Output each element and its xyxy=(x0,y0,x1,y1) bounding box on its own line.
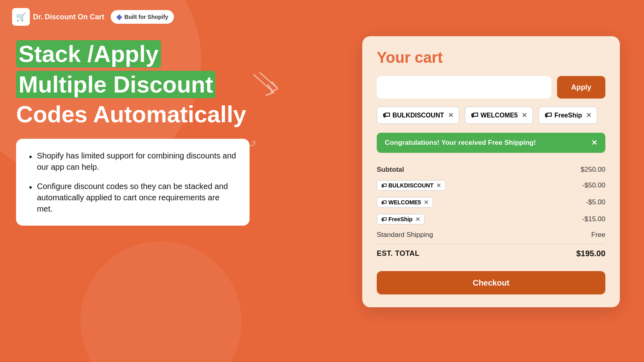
bg-circle2 xyxy=(80,241,242,362)
mini-coupon-code-3: FreeShip xyxy=(388,216,413,222)
headline: Stack /Apply Multiple Discount Codes Aut… xyxy=(16,40,250,127)
coupon-tag-icon-2: 🏷 xyxy=(471,111,478,119)
est-total-value: $195.00 xyxy=(576,249,605,258)
mini-coupon-remove-1[interactable]: ✕ xyxy=(436,182,441,189)
brand-icon: 🛒 xyxy=(12,8,30,26)
discount-value-1: -$50.00 xyxy=(582,181,605,189)
order-summary: Subtotal $250.00 🏷 BULKDISCOUNT ✕ -$50.0… xyxy=(377,162,605,261)
info-item-1: Shopify has limited support for combinin… xyxy=(29,150,237,173)
apply-button[interactable]: Apply xyxy=(557,76,605,99)
coupon-tag-icon-1: 🏷 xyxy=(383,111,390,119)
headline-line3: Codes Automatically xyxy=(16,101,246,127)
mini-coupon-remove-3[interactable]: ✕ xyxy=(415,216,420,222)
svg-line-4 xyxy=(272,82,278,88)
coupon-tag-remove-2[interactable]: ✕ xyxy=(522,111,527,119)
left-content: Stack /Apply Multiple Discount Codes Aut… xyxy=(16,40,250,226)
headline-highlight1: Stack /Apply xyxy=(16,40,161,68)
free-shipping-text: Congratulations! Your received Free Ship… xyxy=(385,139,536,147)
shipping-row: Standard Shipping Free xyxy=(377,228,605,242)
coupon-tag-freeship[interactable]: 🏷 FreeShip ✕ xyxy=(539,107,597,124)
svg-line-0 xyxy=(254,74,274,93)
arrow-decoration1 xyxy=(250,70,282,103)
brand: 🛒 Dr. Discount On Cart xyxy=(12,8,104,26)
coupon-tag-bulkdiscount[interactable]: 🏷 BULKDISCOUNT ✕ xyxy=(377,107,459,124)
est-total-label: EST. TOTAL xyxy=(377,249,419,258)
coupon-tags-row: 🏷 BULKDISCOUNT ✕ 🏷 WELCOME5 ✕ 🏷 FreeShip… xyxy=(377,107,605,124)
mini-coupon-code-1: BULKDISCOUNT xyxy=(388,182,433,189)
info-list: Shopify has limited support for combinin… xyxy=(29,150,237,214)
svg-line-2 xyxy=(266,93,274,95)
banner-close-button[interactable]: ✕ xyxy=(591,138,597,147)
coupon-tag-code-2: WELCOME5 xyxy=(481,112,518,119)
est-total-row: EST. TOTAL $195.00 xyxy=(377,246,605,261)
shipping-label: Standard Shipping xyxy=(377,231,433,239)
divider xyxy=(377,244,605,244)
discount-row: Apply xyxy=(377,76,605,99)
mini-coupon-icon-2: 🏷 xyxy=(381,199,387,206)
mini-coupon-icon-3: 🏷 xyxy=(381,216,387,222)
subtotal-label: Subtotal xyxy=(377,166,404,174)
info-box: Shopify has limited support for combinin… xyxy=(16,139,250,226)
discount-row-1: 🏷 BULKDISCOUNT ✕ -$50.00 xyxy=(377,177,605,194)
coupon-tag-remove-1[interactable]: ✕ xyxy=(448,111,453,119)
shipping-value: Free xyxy=(591,231,605,239)
info-item-2: Configure discount codes so they can be … xyxy=(29,181,237,214)
cart-title: Your cart xyxy=(377,49,605,66)
mini-coupon-remove-2[interactable]: ✕ xyxy=(424,199,429,206)
mini-coupon-3[interactable]: 🏷 FreeShip ✕ xyxy=(377,214,425,224)
headline-highlight2: Multiple Discount xyxy=(16,71,215,98)
discount-row-3: 🏷 FreeShip ✕ -$15.00 xyxy=(377,211,605,228)
coupon-tag-code-3: FreeShip xyxy=(554,112,582,119)
checkout-button[interactable]: Checkout xyxy=(377,271,605,294)
coupon-tag-remove-3[interactable]: ✕ xyxy=(586,111,591,119)
mini-coupon-1[interactable]: 🏷 BULKDISCOUNT ✕ xyxy=(377,180,446,191)
discount-input[interactable] xyxy=(377,76,551,99)
discount-row-2: 🏷 WELCOME5 ✕ -$5.00 xyxy=(377,194,605,211)
mini-coupon-icon-1: 🏷 xyxy=(381,182,387,189)
discount-value-2: -$5.00 xyxy=(586,198,605,206)
discount-value-3: -$15.00 xyxy=(582,215,605,223)
free-shipping-banner: Congratulations! Your received Free Ship… xyxy=(377,133,605,153)
coupon-tag-icon-3: 🏷 xyxy=(545,111,552,119)
subtotal-row: Subtotal $250.00 xyxy=(377,162,605,177)
subtotal-value: $250.00 xyxy=(581,166,605,174)
info-item-2-text: Configure discount codes so they can be … xyxy=(37,181,237,214)
coupon-tag-welcome5[interactable]: 🏷 WELCOME5 ✕ xyxy=(465,107,533,124)
shopify-icon: ◆ xyxy=(116,12,122,21)
info-item-1-text: Shopify has limited support for combinin… xyxy=(37,150,237,173)
brand-name: Dr. Discount On Cart xyxy=(33,13,104,21)
mini-coupon-code-2: WELCOME5 xyxy=(388,199,421,206)
cart-panel: Your cart Apply 🏷 BULKDISCOUNT ✕ 🏷 WELCO… xyxy=(362,36,620,307)
coupon-tag-code-1: BULKDISCOUNT xyxy=(392,112,444,119)
mini-coupon-2[interactable]: 🏷 WELCOME5 ✕ xyxy=(377,197,433,208)
shopify-badge: ◆ Built for Shopify xyxy=(111,10,174,24)
header: 🛒 Dr. Discount On Cart ◆ Built for Shopi… xyxy=(12,8,174,26)
